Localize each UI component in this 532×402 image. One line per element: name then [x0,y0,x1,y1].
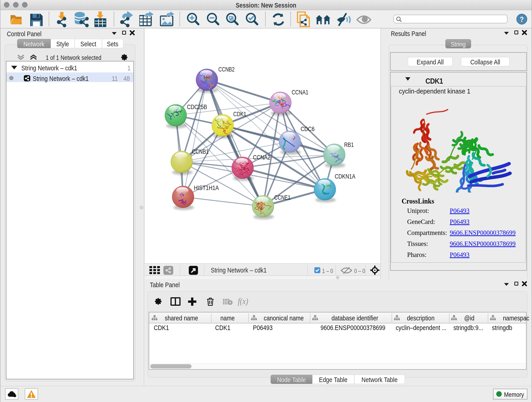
svg-text:CCNA1: CCNA1 [292,89,308,96]
svg-text:CCNB1: CCNB1 [192,148,209,155]
svg-text:CDK1: CDK1 [233,110,246,118]
svg-text:HIST1H1A: HIST1H1A [194,184,219,191]
svg-text:CCNE1: CCNE1 [274,194,291,201]
svg-text:CDC25B: CDC25B [187,103,207,110]
svg-text:CCNB2: CCNB2 [218,66,234,73]
svg-text:RB1: RB1 [344,141,354,148]
svg-text:CDKN1A: CDKN1A [335,173,355,180]
svg-text:CDC6: CDC6 [301,125,315,133]
svg-text:CCNA2: CCNA2 [253,154,270,161]
